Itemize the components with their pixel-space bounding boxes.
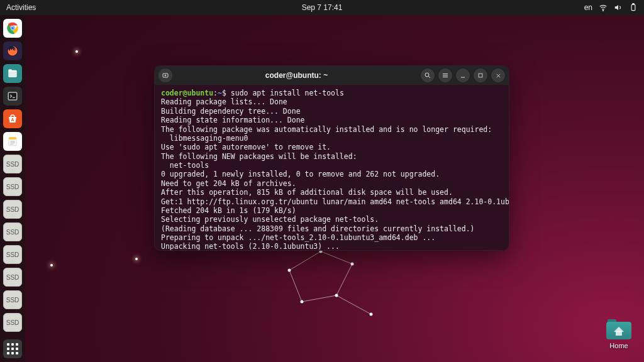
- svg-line-19: [289, 270, 302, 302]
- svg-point-25: [301, 300, 304, 304]
- search-button[interactable]: [421, 69, 435, 82]
- wallpaper-constellation: [277, 245, 402, 327]
- close-button[interactable]: [491, 69, 505, 82]
- svg-rect-13: [10, 143, 15, 143]
- svg-point-24: [335, 294, 338, 297]
- dock-app-files[interactable]: [3, 64, 22, 83]
- dock-app-chrome[interactable]: [3, 19, 22, 38]
- svg-line-15: [289, 251, 321, 270]
- dock-drive-5[interactable]: SSD: [3, 245, 22, 264]
- svg-point-6: [11, 27, 14, 30]
- svg-text:A: A: [11, 118, 14, 122]
- svg-point-0: [602, 10, 603, 11]
- svg-rect-14: [10, 144, 13, 145]
- lang-indicator[interactable]: en: [584, 3, 592, 12]
- desktop-home-folder[interactable]: Home: [606, 319, 631, 349]
- desktop-home-label: Home: [609, 342, 628, 349]
- dock-drive-2[interactable]: SSD: [3, 177, 22, 196]
- svg-point-21: [288, 269, 291, 272]
- wallpaper-star: [50, 264, 53, 266]
- folder-icon: [606, 319, 631, 339]
- dock-drive-3[interactable]: SSD: [3, 200, 22, 219]
- menu-button[interactable]: [438, 69, 452, 82]
- dock-drive-7[interactable]: SSD: [3, 290, 22, 309]
- top-bar: Activities Sep 7 17:41 en: [0, 0, 644, 15]
- svg-line-17: [336, 264, 352, 295]
- volume-icon: [614, 3, 623, 12]
- wifi-icon: [599, 3, 608, 12]
- svg-point-23: [351, 263, 354, 266]
- dock-app-terminal[interactable]: [3, 87, 22, 106]
- wallpaper-star: [135, 258, 138, 260]
- svg-rect-12: [10, 141, 15, 141]
- show-applications-button[interactable]: [3, 339, 22, 358]
- svg-point-28: [425, 73, 429, 77]
- svg-line-18: [302, 295, 336, 302]
- dock-drive-6[interactable]: SSD: [3, 268, 22, 287]
- svg-line-16: [321, 251, 352, 264]
- dock-drive-8[interactable]: SSD: [3, 313, 22, 332]
- dock: A SSD SSD SSD SSD SSD SSD SSD SSD: [0, 15, 25, 362]
- svg-rect-1: [631, 4, 635, 10]
- svg-rect-8: [8, 92, 17, 100]
- clock[interactable]: Sep 7 17:41: [302, 3, 343, 12]
- dock-app-software[interactable]: A: [3, 109, 22, 128]
- minimize-button[interactable]: [456, 69, 470, 82]
- svg-point-26: [370, 313, 373, 316]
- dock-drive-1[interactable]: SSD: [3, 155, 22, 173]
- svg-rect-11: [9, 137, 16, 140]
- svg-rect-2: [633, 4, 634, 4]
- svg-line-20: [336, 295, 371, 314]
- terminal-output[interactable]: coder@ubuntu:~$ sudo apt install net-too…: [155, 85, 509, 250]
- activities-button[interactable]: Activities: [6, 3, 36, 12]
- new-tab-button[interactable]: [158, 69, 172, 82]
- terminal-window[interactable]: coder@ubuntu: ~ coder@ubuntu:~$ sudo apt…: [154, 65, 509, 251]
- svg-rect-29: [479, 74, 482, 77]
- dock-drive-4[interactable]: SSD: [3, 222, 22, 241]
- dock-app-firefox[interactable]: [3, 41, 22, 60]
- battery-icon: [629, 3, 638, 12]
- wallpaper-star: [75, 50, 78, 53]
- maximize-button[interactable]: [474, 69, 487, 82]
- status-area[interactable]: en: [584, 3, 638, 12]
- window-title: coder@ubuntu: ~: [176, 71, 417, 80]
- window-titlebar[interactable]: coder@ubuntu: ~: [155, 66, 509, 85]
- dock-app-editor[interactable]: [3, 132, 22, 151]
